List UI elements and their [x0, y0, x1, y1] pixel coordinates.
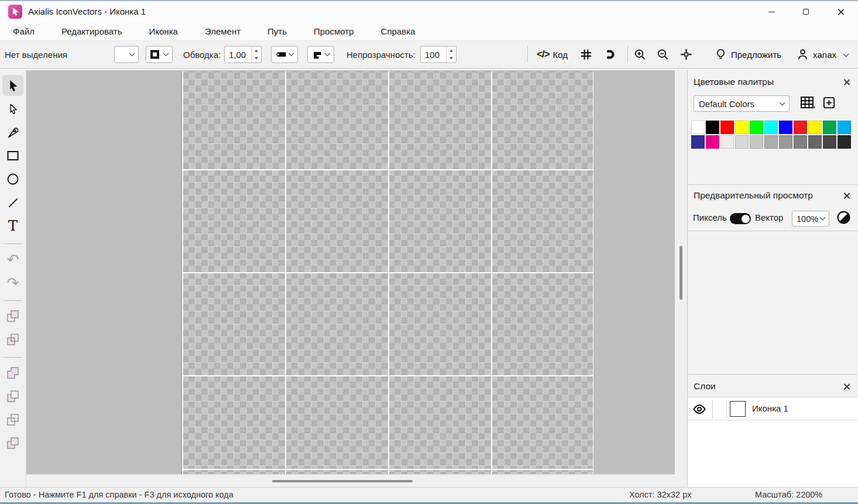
intersect-button[interactable] — [2, 409, 23, 430]
close-icon — [843, 78, 850, 86]
select-tool[interactable] — [2, 75, 23, 96]
zoom-out-icon — [656, 48, 670, 61]
add-palette-button[interactable] — [822, 96, 836, 109]
account-button[interactable]: xanax — [796, 48, 836, 61]
color-swatch[interactable] — [779, 135, 792, 149]
close-palettes-button[interactable] — [840, 76, 852, 88]
stepper-down-button[interactable] — [447, 54, 456, 63]
icon-canvas[interactable] — [181, 71, 593, 474]
color-swatch[interactable] — [779, 121, 792, 134]
stroke-label: Обводка: — [183, 50, 221, 60]
line-join-dropdown[interactable] — [307, 46, 334, 63]
zoom-fit-button[interactable] — [679, 48, 693, 61]
stepper-up-button[interactable] — [252, 47, 261, 55]
pen-tool[interactable] — [2, 122, 23, 143]
close-preview-button[interactable] — [840, 190, 852, 201]
menu-item[interactable]: Путь — [266, 25, 288, 38]
stepper-down-button[interactable] — [252, 54, 261, 63]
bring-forward-button[interactable] — [2, 306, 23, 327]
subtract-button[interactable] — [2, 386, 23, 407]
color-swatch[interactable] — [720, 121, 734, 134]
account-chevron-icon[interactable] — [843, 52, 849, 57]
zoom-out-button[interactable] — [656, 48, 670, 61]
preview-controls: Пиксель Вектор 100% — [688, 207, 858, 231]
arrow-down-icon — [255, 57, 258, 60]
stepper-up-button[interactable] — [447, 47, 456, 55]
color-swatch[interactable] — [794, 135, 807, 149]
color-swatch[interactable] — [691, 121, 705, 134]
layer-row[interactable]: Иконка 1 — [688, 397, 858, 420]
horizontal-scrollbar[interactable] — [26, 474, 675, 487]
line-join-icon — [312, 50, 322, 59]
vertical-scrollbar[interactable] — [675, 70, 687, 487]
color-swatch[interactable] — [691, 135, 705, 149]
undo-button[interactable]: ↶ — [2, 249, 23, 270]
opacity-stepper[interactable]: 100 — [420, 46, 457, 63]
color-swatch[interactable] — [794, 121, 807, 134]
app-window: Axialis IconVectors - Иконка 1 ФайлРедак… — [0, 0, 858, 504]
grid-toggle-button[interactable] — [579, 48, 593, 61]
snap-toggle-button[interactable] — [602, 47, 617, 62]
suggest-button[interactable]: Предложить — [714, 48, 781, 61]
canvas-viewport[interactable] — [26, 70, 675, 487]
zoom-in-button[interactable] — [633, 48, 647, 61]
vertical-scrollbar-thumb[interactable] — [679, 246, 682, 300]
rectangle-tool[interactable] — [2, 145, 23, 166]
line-cap-dropdown[interactable] — [271, 46, 298, 63]
palette-grid-button[interactable] — [800, 96, 815, 110]
username-label: xanax — [813, 50, 836, 60]
maximize-button[interactable] — [792, 1, 819, 22]
menu-item[interactable]: Элемент — [204, 25, 242, 38]
color-swatch[interactable] — [706, 121, 719, 134]
stroke-color-dropdown[interactable] — [146, 46, 173, 63]
code-button[interactable]: </> Код — [537, 49, 568, 60]
color-swatch[interactable] — [808, 135, 822, 149]
background-contrast-button[interactable] — [836, 210, 851, 225]
selection-status: Нет выделения — [5, 50, 67, 60]
color-swatch[interactable] — [720, 135, 734, 149]
close-layers-button[interactable] — [840, 380, 852, 392]
zoom-in-icon — [633, 48, 647, 61]
toolbar-separator — [627, 46, 628, 63]
minimize-button[interactable] — [758, 1, 785, 22]
stroke-width-stepper[interactable]: 1,00 — [224, 46, 262, 63]
redo-button[interactable]: ↷ — [2, 272, 23, 293]
style-preset-dropdown[interactable] — [114, 46, 139, 63]
preview-zoom-dropdown[interactable]: 100% — [792, 211, 829, 227]
palette-select-dropdown[interactable]: Default Colors — [694, 95, 790, 112]
color-swatch[interactable] — [764, 121, 778, 134]
pixel-vector-toggle[interactable] — [730, 213, 751, 224]
send-backward-button[interactable] — [2, 329, 23, 350]
layer-visibility-button[interactable] — [692, 402, 706, 416]
line-tool[interactable] — [2, 192, 23, 213]
color-swatch[interactable] — [750, 121, 763, 134]
layer-thumbnail[interactable] — [730, 401, 746, 417]
color-swatch[interactable] — [838, 135, 851, 149]
color-swatch[interactable] — [735, 135, 749, 149]
color-swatch[interactable] — [823, 121, 836, 134]
menu-item[interactable]: Редактировать — [60, 25, 123, 38]
line-cap-icon — [276, 50, 287, 59]
zoom-status: Масштаб: 2200% — [755, 490, 822, 499]
menu-item[interactable]: Файл — [12, 25, 36, 38]
color-swatch[interactable] — [808, 121, 822, 134]
color-swatch[interactable] — [750, 135, 763, 149]
horizontal-scrollbar-thumb[interactable] — [272, 480, 413, 482]
preview-area — [688, 231, 858, 374]
color-swatch[interactable] — [838, 121, 851, 134]
layer-name: Иконка 1 — [752, 403, 788, 413]
menu-item[interactable]: Справка — [380, 25, 417, 38]
color-swatch[interactable] — [823, 135, 836, 149]
ellipse-tool[interactable] — [2, 169, 23, 190]
menu-item[interactable]: Просмотр — [313, 25, 355, 38]
opacity-value: 100 — [421, 47, 446, 63]
direct-select-tool[interactable] — [2, 98, 23, 119]
exclude-button[interactable] — [2, 433, 23, 454]
color-swatch[interactable] — [735, 121, 749, 134]
color-swatch[interactable] — [764, 135, 778, 149]
menu-item[interactable]: Иконка — [148, 25, 179, 38]
close-button[interactable] — [827, 1, 854, 22]
text-tool[interactable]: T — [2, 215, 23, 236]
color-swatch[interactable] — [706, 135, 719, 149]
union-button[interactable] — [2, 362, 23, 383]
